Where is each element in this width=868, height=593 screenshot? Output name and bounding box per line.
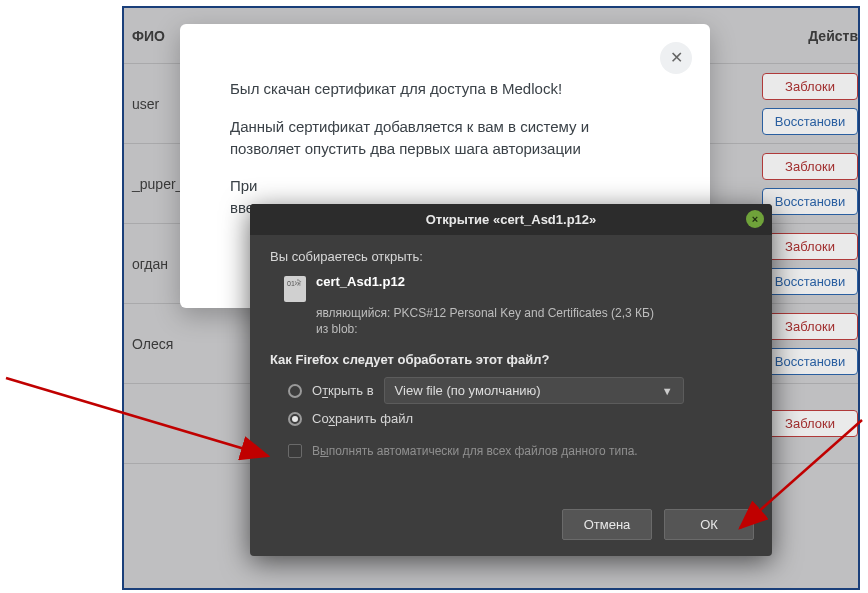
modal-text-2: Данный сертификат добавляется к вам в си… <box>230 116 660 160</box>
restore-button[interactable]: Восстанови <box>762 348 858 375</box>
file-icon <box>284 276 306 302</box>
save-file-row[interactable]: Сохранить файл <box>288 411 752 426</box>
dialog-close-button[interactable]: × <box>746 210 764 228</box>
dialog-body: Вы собираетесь открыть: cert_Asd1.p12 яв… <box>250 235 772 497</box>
dialog-footer: Отмена ОК <box>250 497 772 556</box>
open-with-label: Открыть в <box>312 383 374 398</box>
firefox-open-file-dialog: Открытие «cert_Asd1.p12» × Вы собираетес… <box>250 204 772 556</box>
dialog-titlebar: Открытие «cert_Asd1.p12» × <box>250 204 772 235</box>
open-with-select[interactable]: View file (по умолчанию) ▼ <box>384 377 684 404</box>
radio-open-with[interactable] <box>288 384 302 398</box>
block-button[interactable]: Заблоки <box>762 153 858 180</box>
cancel-button[interactable]: Отмена <box>562 509 652 540</box>
block-button[interactable]: Заблоки <box>762 233 858 260</box>
opening-label: Вы собираетесь открыть: <box>270 249 752 264</box>
restore-button[interactable]: Восстанови <box>762 188 858 215</box>
block-button[interactable]: Заблоки <box>762 73 858 100</box>
auto-handle-row[interactable]: Выполнять автоматически для всех файлов … <box>288 444 752 458</box>
restore-button[interactable]: Восстанови <box>762 268 858 295</box>
action-question: Как Firefox следует обработать этот файл… <box>270 352 752 367</box>
auto-handle-label: Выполнять автоматически для всех файлов … <box>312 444 638 458</box>
checkbox-auto[interactable] <box>288 444 302 458</box>
dialog-title: Открытие «cert_Asd1.p12» <box>426 212 597 227</box>
app-frame: ФИО Действ user Заблоки Восстанови _pupe… <box>122 6 860 590</box>
modal-close-button[interactable]: ✕ <box>660 42 692 74</box>
block-button[interactable]: Заблоки <box>762 313 858 340</box>
file-row: cert_Asd1.p12 <box>284 274 752 302</box>
radio-save-file[interactable] <box>288 412 302 426</box>
file-source: из blob: <box>316 322 752 336</box>
restore-button[interactable]: Восстанови <box>762 108 858 135</box>
row-name: Олеся <box>132 336 252 352</box>
ok-button[interactable]: ОК <box>664 509 754 540</box>
save-file-label: Сохранить файл <box>312 411 413 426</box>
close-icon: × <box>752 214 758 225</box>
file-name: cert_Asd1.p12 <box>316 274 405 289</box>
open-with-app: View file (по умолчанию) <box>395 383 541 398</box>
open-with-row[interactable]: Открыть в View file (по умолчанию) ▼ <box>288 377 752 404</box>
close-icon: ✕ <box>670 46 683 69</box>
col-header-actions: Действ <box>808 28 858 44</box>
block-button[interactable]: Заблоки <box>762 410 858 437</box>
chevron-down-icon: ▼ <box>662 385 673 397</box>
file-type: являющийся: PKCS#12 Personal Key and Cer… <box>316 306 752 320</box>
modal-text-1: Был скачан сертификат для доступа в Medl… <box>230 78 660 100</box>
